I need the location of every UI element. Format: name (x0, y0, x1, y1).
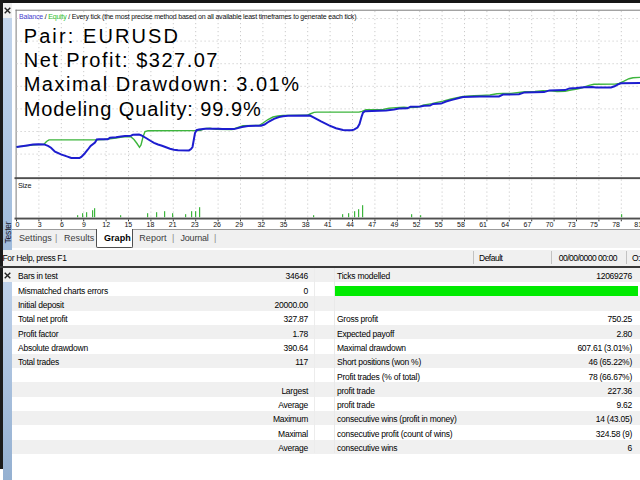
svg-text:47: 47 (368, 221, 376, 228)
svg-text:61: 61 (479, 221, 487, 228)
svg-text:70: 70 (546, 221, 554, 228)
svg-text:49: 49 (390, 221, 398, 228)
svg-text:29: 29 (235, 221, 243, 228)
svg-text:21: 21 (169, 221, 177, 228)
svg-text:9: 9 (82, 221, 86, 228)
svg-text:15: 15 (124, 221, 132, 228)
svg-text:58: 58 (457, 221, 465, 228)
svg-text:38: 38 (302, 221, 310, 228)
svg-text:81: 81 (634, 221, 640, 228)
svg-text:73: 73 (568, 221, 576, 228)
svg-text:6: 6 (60, 221, 64, 228)
svg-text:18: 18 (147, 221, 155, 228)
svg-text:0: 0 (16, 221, 20, 228)
svg-text:26: 26 (213, 221, 221, 228)
svg-text:41: 41 (324, 221, 332, 228)
svg-text:75: 75 (590, 221, 598, 228)
svg-text:44: 44 (346, 221, 354, 228)
svg-text:67: 67 (524, 221, 532, 228)
svg-text:32: 32 (257, 221, 265, 228)
svg-text:Size: Size (18, 181, 31, 190)
svg-text:35: 35 (280, 221, 288, 228)
svg-text:12: 12 (102, 221, 110, 228)
svg-text:3: 3 (38, 221, 42, 228)
svg-text:23: 23 (191, 221, 199, 228)
svg-text:64: 64 (501, 221, 509, 228)
svg-text:52: 52 (413, 221, 421, 228)
svg-text:78: 78 (612, 221, 620, 228)
svg-text:55: 55 (435, 221, 443, 228)
